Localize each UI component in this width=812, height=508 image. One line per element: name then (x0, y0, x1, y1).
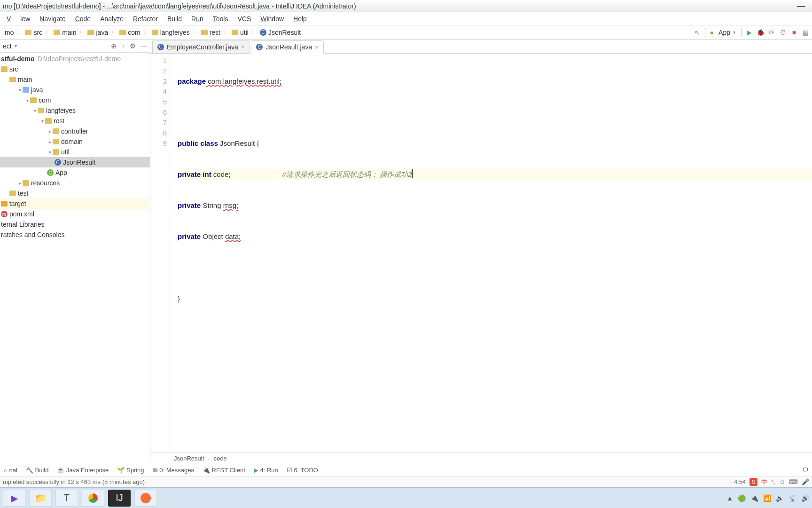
chevron-down-icon[interactable]: ▾ (47, 150, 53, 155)
toolwin-todo[interactable]: ☑ 6: TODO (287, 467, 318, 474)
scroll-from-source-icon[interactable]: ⊕ (111, 42, 117, 50)
tree-resources[interactable]: ▸ resources (0, 178, 150, 188)
minimize-button[interactable]: — (793, 0, 809, 12)
coverage-button[interactable]: ⟳ (768, 29, 775, 36)
close-icon[interactable]: × (315, 44, 319, 51)
tree-jsonresult[interactable]: C JsonResult (0, 157, 150, 167)
hide-icon[interactable]: — (141, 42, 147, 50)
settings-icon[interactable]: ⚙ (130, 42, 136, 50)
tree-app[interactable]: C App (0, 167, 150, 178)
tree-root[interactable]: stful-demoD:\IdeaProjects\restful-demo (0, 54, 150, 64)
menu-run[interactable]: Run (187, 14, 208, 24)
toolwin-java-enterprise[interactable]: ☕ Java Enterprise (57, 467, 109, 474)
profile-button[interactable]: ⏱ (779, 29, 787, 36)
menu-view[interactable]: View (2, 14, 35, 24)
toolwin-run[interactable]: ▶ 4: Run (254, 467, 278, 474)
crumb-src[interactable]: src (23, 28, 44, 37)
chevron-down-icon[interactable]: ▾ (39, 119, 45, 124)
ime-punct[interactable]: °, (771, 478, 775, 485)
crumb-class[interactable]: JsonResult (174, 455, 204, 462)
caret-position[interactable]: 4:54 (734, 478, 746, 485)
chevron-right-icon[interactable]: ▸ (47, 129, 53, 134)
dump-button[interactable]: ▤ (802, 29, 809, 36)
menu-code[interactable]: Code (70, 14, 95, 24)
ime-face[interactable]: ☺ (779, 478, 785, 485)
tree-rest[interactable]: ▾ rest (0, 116, 150, 126)
tree-langfeiyes[interactable]: ▾ langfeiyes (0, 105, 150, 116)
crumb-main[interactable]: main (52, 28, 78, 37)
crumb-rest[interactable]: rest (199, 28, 222, 37)
tree-com[interactable]: ▾ com (0, 95, 150, 105)
breadcrumbs[interactable]: mo〉 src〉 main〉 java〉 com〉 langfeiyes〉 re… (3, 28, 303, 37)
source-area[interactable]: package com.langfeiyes.rest.util; public… (171, 54, 812, 452)
menu-navigate[interactable]: Navigate (35, 14, 70, 24)
task-postman[interactable] (134, 490, 157, 507)
menu-analyze[interactable]: Analyze (95, 14, 128, 24)
project-tree[interactable]: stful-demoD:\IdeaProjects\restful-demo s… (0, 53, 150, 464)
tray-power-icon[interactable]: 🔌 (750, 494, 758, 502)
tree-util[interactable]: ▾ util (0, 147, 150, 157)
tray-status-icon[interactable]: 🟢 (738, 494, 746, 502)
task-chrome[interactable] (82, 490, 104, 507)
task-text-editor[interactable]: T (55, 490, 78, 507)
menu-help[interactable]: Help (289, 14, 312, 24)
ime-lang[interactable]: 中 (761, 478, 767, 486)
chevron-right-icon[interactable]: ▸ (47, 139, 53, 144)
editor-surface[interactable]: 123 456 789 package com.langfeiyes.rest.… (150, 54, 812, 452)
chevron-right-icon[interactable]: ▸ (17, 181, 23, 186)
menu-window[interactable]: Window (256, 14, 289, 24)
close-icon[interactable]: × (241, 43, 245, 50)
crumb-java[interactable]: java (86, 28, 110, 37)
crumb-com[interactable]: com (117, 28, 142, 37)
tab-employee-controller[interactable]: CEmployeeController.java× (152, 40, 250, 53)
chevron-down-icon[interactable]: ▾ (32, 108, 38, 113)
tray-volume-icon[interactable]: 🔈 (776, 494, 784, 502)
toolwin-messages[interactable]: ✉ 0: 0: MessagesMessages (153, 467, 194, 474)
run-config-selector[interactable]: ● App ▾ (705, 28, 742, 37)
chevron-down-icon[interactable]: ▾ (17, 87, 23, 93)
tray-wifi-icon[interactable]: 📡 (789, 494, 796, 502)
system-tray[interactable]: ▲ 🟢 🔌 📶 🔈 📡 🔊 (726, 494, 809, 502)
toolwin-build[interactable]: 🔨 Build (26, 467, 49, 474)
tree-src[interactable]: src (0, 64, 150, 74)
collapse-all-icon[interactable]: ÷ (121, 42, 125, 50)
chevron-down-icon[interactable]: ▾ (24, 98, 30, 103)
build-icon[interactable]: ↖ (694, 29, 701, 36)
task-intellij[interactable]: IJ (108, 490, 131, 507)
crumb-root[interactable]: mo (3, 28, 16, 37)
tray-network-icon[interactable]: 📶 (763, 494, 771, 502)
tree-target[interactable]: target (0, 198, 150, 209)
menu-vcs[interactable]: VCS (233, 14, 256, 24)
tree-controller[interactable]: ▸ controller (0, 126, 150, 136)
tree-domain[interactable]: ▸ domain (0, 136, 150, 147)
tab-json-result[interactable]: CJsonResult.java× (251, 40, 323, 54)
task-media-player[interactable]: ▶ (3, 490, 25, 507)
tree-pom[interactable]: m pom.xml (0, 209, 150, 219)
keyboard-icon[interactable]: ⌨ (789, 478, 798, 485)
tray-up-icon[interactable]: ▲ (726, 494, 733, 502)
ime-indicator[interactable]: S (750, 478, 757, 486)
toolwin-spring[interactable]: 🌱 Spring (117, 467, 144, 474)
run-button[interactable]: ▶ (745, 29, 753, 36)
tree-java[interactable]: ▾ java (0, 85, 150, 95)
tree-test[interactable]: test (0, 188, 150, 198)
tree-main[interactable]: main (0, 74, 150, 85)
editor-breadcrumb[interactable]: JsonResult › code (150, 452, 812, 464)
tree-scratches[interactable]: ratches and Consoles (0, 230, 150, 240)
crumb-file[interactable]: CJsonResult (258, 28, 303, 37)
tray-sound-icon[interactable]: 🔊 (801, 494, 809, 502)
chevron-down-icon[interactable]: ▾ (15, 43, 17, 48)
task-file-explorer[interactable]: 📁 (29, 490, 52, 507)
mic-icon[interactable]: 🎤 (802, 478, 809, 485)
crumb-langfeiyes[interactable]: langfeiyes (150, 28, 192, 37)
debug-button[interactable]: 🐞 (757, 29, 764, 36)
event-log-icon[interactable]: 🗨 (802, 467, 808, 474)
crumb-util[interactable]: util (230, 28, 250, 37)
menu-tools[interactable]: Tools (208, 14, 233, 24)
menu-refactor[interactable]: Refactor (128, 14, 163, 24)
toolwin-terminal[interactable]: ⌂ nal (4, 467, 17, 474)
stop-button[interactable]: ■ (790, 29, 798, 36)
toolwin-rest-client[interactable]: 🔌 REST Client (203, 467, 245, 474)
tree-external-libs[interactable]: ternal Libraries (0, 219, 150, 230)
crumb-field[interactable]: code (214, 455, 227, 462)
